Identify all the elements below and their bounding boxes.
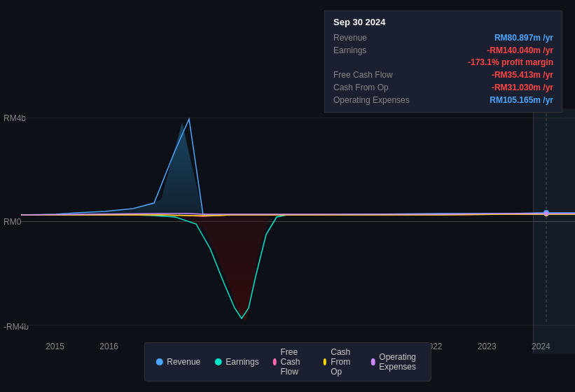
tooltip-label-cashfromop: Cash From Op xyxy=(333,83,389,92)
x-label-2015: 2015 xyxy=(46,342,64,351)
legend-dot-fcf xyxy=(273,358,277,365)
legend: Revenue Earnings Free Cash Flow Cash Fro… xyxy=(144,342,431,382)
y-label-0: RM0 xyxy=(4,217,21,227)
legend-label-opex: Operating Expenses xyxy=(379,352,419,372)
legend-item-cashfromop[interactable]: Cash From Op xyxy=(323,347,357,377)
tooltip-value-opex: RM105.165m /yr xyxy=(490,95,553,105)
grid-line-bot xyxy=(21,325,575,326)
legend-label-cashfromop: Cash From Op xyxy=(331,347,357,377)
tooltip-value-fcf: -RM35.413m /yr xyxy=(492,70,553,80)
profit-margin-row: -173.1% profit margin xyxy=(333,57,553,69)
legend-item-revenue[interactable]: Revenue xyxy=(155,347,200,377)
x-label-2023: 2023 xyxy=(478,342,497,351)
legend-label-earnings: Earnings xyxy=(226,357,258,367)
x-label-2016: 2016 xyxy=(99,342,118,351)
tooltip-row-fcf: Free Cash Flow -RM35.413m /yr xyxy=(333,69,553,81)
tooltip-label-fcf: Free Cash Flow xyxy=(333,70,393,80)
tooltip-row-earnings: Earnings -RM140.040m /yr xyxy=(333,44,553,57)
tooltip-date: Sep 30 2024 xyxy=(333,17,553,27)
legend-dot-revenue xyxy=(155,358,162,365)
x-label-2024: 2024 xyxy=(532,342,550,351)
legend-dot-opex xyxy=(371,358,375,365)
earnings-line xyxy=(21,214,575,318)
legend-label-revenue: Revenue xyxy=(167,357,200,367)
chart-container: Sep 30 2024 Revenue RM80.897m /yr Earnin… xyxy=(0,0,575,392)
legend-dot-cashfromop xyxy=(323,358,326,365)
legend-item-fcf[interactable]: Free Cash Flow xyxy=(273,347,310,377)
tooltip-row-revenue: Revenue RM80.897m /yr xyxy=(333,31,553,44)
cursor-dot-opex xyxy=(544,211,548,216)
revenue-area-fill xyxy=(21,122,575,215)
tooltip-value-earnings: -RM140.040m /yr xyxy=(487,46,553,55)
tooltip-box: Sep 30 2024 Revenue RM80.897m /yr Earnin… xyxy=(324,10,562,113)
y-label-neg4b: -RM4b xyxy=(4,322,29,332)
tooltip-value-revenue: RM80.897m /yr xyxy=(494,33,553,43)
tooltip-label-opex: Operating Expenses xyxy=(333,95,410,105)
revenue-line xyxy=(21,119,575,215)
tooltip-row-cashfromop: Cash From Op -RM31.030m /yr xyxy=(333,81,553,94)
legend-item-earnings[interactable]: Earnings xyxy=(214,347,258,377)
legend-dot-earnings xyxy=(214,358,221,365)
tooltip-label-earnings: Earnings xyxy=(333,46,366,55)
chart-svg xyxy=(21,108,575,322)
legend-label-fcf: Free Cash Flow xyxy=(281,347,310,377)
tooltip-label-revenue: Revenue xyxy=(333,33,367,43)
tooltip-value-cashfromop: -RM31.030m /yr xyxy=(492,83,553,92)
tooltip-row-opex: Operating Expenses RM105.165m /yr xyxy=(333,94,553,106)
legend-item-opex[interactable]: Operating Expenses xyxy=(371,347,420,377)
profit-margin-value: -173.1% profit margin xyxy=(468,57,553,67)
earnings-area-fill xyxy=(161,215,280,322)
